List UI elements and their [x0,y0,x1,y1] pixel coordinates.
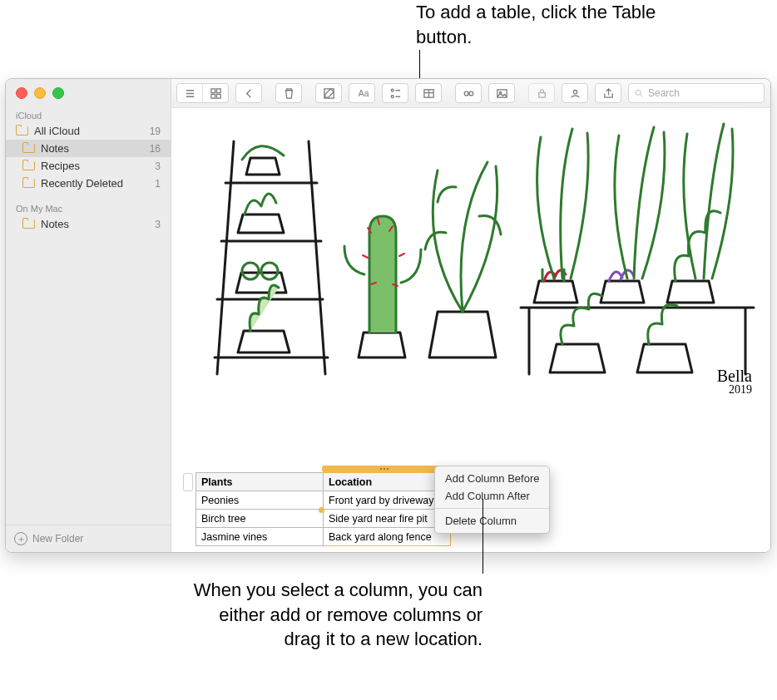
sidebar-section-icloud: iCloud [6,107,171,122]
menu-delete-column[interactable]: Delete Column [435,512,549,530]
table-cell[interactable]: Birch tree [196,510,324,528]
sidebar: iCloud All iCloud 19 Notes 16 Recipes 3 … [6,79,171,552]
svg-point-9 [464,91,468,96]
format-button[interactable]: Aa [349,83,375,103]
close-window-button[interactable] [16,87,27,99]
link-icon [463,87,475,100]
collaborate-button[interactable] [562,83,588,103]
sidebar-item-count: 3 [155,160,161,172]
new-folder-label: New Folder [32,533,83,545]
zoom-window-button[interactable] [52,87,64,99]
sidebar-item-count: 1 [155,178,161,190]
folder-icon [16,126,28,136]
new-folder-button[interactable]: ＋ New Folder [6,525,171,552]
sidebar-item-local-notes[interactable]: Notes 3 [6,215,171,233]
minimize-window-button[interactable] [34,87,46,99]
table-row-handle[interactable] [183,473,193,491]
sidebar-item-label: Recently Deleted [41,177,155,190]
menu-add-column-after[interactable]: Add Column After [435,487,549,505]
checklist-icon [389,87,402,100]
table-row[interactable]: Peonies Front yard by driveway [196,491,451,510]
svg-rect-11 [497,89,506,96]
note-body[interactable]: Bella 2019 Plants Location [171,108,770,552]
people-icon [569,87,582,100]
selection-dot-left[interactable] [319,507,324,513]
sidebar-item-label: Notes [41,142,150,155]
sidebar-item-label: Notes [41,218,155,230]
search-field[interactable]: Search [628,83,765,103]
text-format-icon: Aa [356,87,369,100]
sidebar-item-recently-deleted[interactable]: Recently Deleted 1 [6,175,171,192]
search-icon [634,88,644,98]
table-row[interactable]: Plants Location [196,473,451,491]
table-header-cell[interactable]: Location [324,473,451,491]
svg-rect-3 [216,94,220,98]
lock-icon [536,87,548,100]
svg-rect-2 [210,94,215,98]
compose-icon [323,87,335,100]
folder-icon [22,144,35,153]
notes-window: iCloud All iCloud 19 Notes 16 Recipes 3 … [5,78,771,553]
grid-icon [210,87,222,100]
table-cell[interactable]: Side yard near fire pit [324,510,451,528]
table-cell[interactable]: Peonies [196,491,324,510]
sidebar-item-count: 19 [150,126,161,137]
window-controls [6,79,171,107]
link-note-button[interactable] [455,83,482,103]
svg-text:Aa: Aa [358,89,368,98]
folder-icon [22,161,35,170]
menu-separator [435,508,549,509]
signature-year: 2019 [717,384,752,396]
folder-icon [22,219,35,229]
sidebar-item-count: 16 [150,143,161,155]
table-button[interactable] [415,83,442,103]
svg-point-10 [468,91,473,96]
svg-rect-1 [216,88,220,92]
table-cell[interactable]: Jasmine vines [196,528,324,546]
callout-bottom: When you select a column, you can either… [191,578,483,652]
sidebar-item-all-icloud[interactable]: All iCloud 19 [6,122,171,140]
sidebar-item-count: 3 [155,219,161,230]
sidebar-item-label: Recipes [41,160,155,172]
drawing-signature: Bella 2019 [717,367,752,396]
back-button[interactable] [235,83,262,103]
lock-button[interactable] [528,83,555,103]
delete-button[interactable] [275,83,302,103]
view-mode-group [176,83,229,103]
callout-bottom-leader [483,499,483,574]
chevron-left-icon [243,87,255,100]
svg-point-6 [391,89,393,91]
note-table-container: Plants Location Peonies Front yard by dr… [183,472,451,546]
sidebar-item-notes[interactable]: Notes 16 [6,140,171,157]
trash-icon [283,87,295,100]
search-placeholder: Search [648,87,680,99]
sidebar-item-recipes[interactable]: Recipes 3 [6,157,171,175]
table-cell[interactable]: Back yard along fence [324,528,451,546]
table-header-cell[interactable]: Plants [196,473,324,491]
checklist-button[interactable] [382,83,408,103]
main-pane: Aa Sear [171,79,770,552]
folder-icon [22,179,35,188]
new-note-button[interactable] [315,83,342,103]
callout-top: To add a table, click the Table button. [416,0,674,49]
share-icon [602,87,615,100]
photo-icon [496,87,508,100]
column-context-menu: Add Column Before Add Column After Delet… [434,466,550,534]
sidebar-section-onmymac: On My Mac [6,200,171,215]
plus-icon: ＋ [14,532,27,545]
svg-rect-0 [210,88,215,92]
media-button[interactable] [488,83,515,103]
table-column-handle[interactable] [322,466,447,472]
sidebar-item-label: All iCloud [34,125,150,137]
note-drawing: Bella 2019 [171,108,770,399]
toolbar: Aa Sear [171,79,770,108]
share-button[interactable] [595,83,621,103]
menu-add-column-before[interactable]: Add Column Before [435,470,549,487]
plants-sketch [171,108,770,399]
svg-point-14 [573,90,577,93]
gallery-view-button[interactable] [202,84,228,102]
table-cell[interactable]: Front yard by driveway [324,491,451,510]
list-view-button[interactable] [177,84,202,102]
table-row[interactable]: Jasmine vines Back yard along fence [196,528,451,546]
signature-name: Bella [717,367,752,385]
